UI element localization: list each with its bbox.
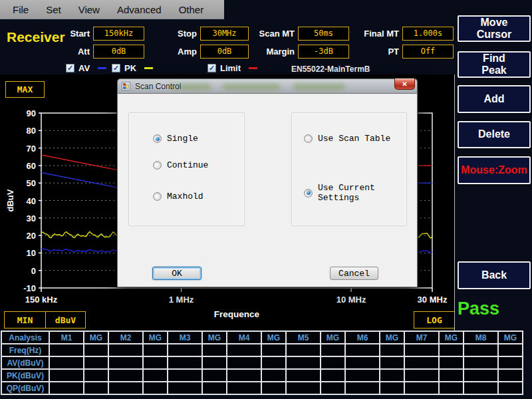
radio-option-maxhold[interactable]: Maxhold [153,192,203,201]
table-col-header-analysis: Analysis [1,331,49,344]
panel-separator [454,74,455,331]
menu-item-view[interactable]: View [70,4,108,15]
dialog-title: Scan Control [135,82,181,91]
radio-single[interactable] [153,134,162,143]
back-button[interactable]: Back [458,261,531,289]
unit-dbuv-button[interactable]: dBuV [45,311,86,329]
scan-mode-group: SingleContinueMaxhold [128,112,245,226]
marker-cell [404,356,439,369]
x-tick-label: 1 MHz [169,295,194,305]
marker-cell [202,356,227,369]
field-value-att[interactable]: 0dB [93,45,144,59]
y-tick-label: 30 [27,213,36,223]
table-col-header-m6: M6 [345,331,380,344]
marker-cell [108,369,143,382]
marker-cell [227,344,261,356]
mouse-zoom-button[interactable]: Mouse:Zoom [458,156,531,184]
field-label-margin: Margin [243,47,295,57]
checkbox-pk[interactable]: ✓ [112,64,120,72]
field-label-amp: Amp [154,47,197,57]
close-icon[interactable]: ✕ [394,78,415,90]
checkbox-av[interactable]: ✓ [66,64,74,72]
marker-cell [261,344,286,356]
y-tick-label: 0 [31,266,36,276]
field-value-pt[interactable]: Off [402,45,454,59]
blurred-marker-readout [223,84,280,90]
table-col-header-mg: MG [439,331,464,344]
radio-label-continue: Continue [167,160,208,170]
field-amp: Amp0dB [154,45,249,59]
menu-item-file[interactable]: File [4,4,37,15]
table-col-header-m4: M4 [227,331,261,344]
menu-item-other[interactable]: Other [170,4,213,15]
marker-cell [286,356,321,369]
y-tick-label: 80 [27,126,36,136]
y-tick-label: 40 [27,196,36,206]
marker-cell [202,344,227,356]
marker-cell [345,344,380,356]
table-col-header-m8: M8 [464,331,498,344]
log-scale-button[interactable]: LOG [414,311,455,329]
marker-cell [261,369,286,382]
checkbox-limit[interactable]: ✓ [207,64,216,72]
field-value-final-mt[interactable]: 1.000s [402,27,454,41]
cancel-button[interactable]: Cancel [330,267,378,280]
dialog-title-bar[interactable]: Scan Control [117,78,418,93]
marker-cell [439,382,464,394]
marker-cell [286,382,321,394]
marker-cell [202,382,227,394]
x-tick-label: 30 MHz [418,295,448,305]
menu-item-advanced[interactable]: Advanced [108,4,170,15]
field-value-scan-mt[interactable]: 50ms [298,27,349,41]
marker-cell [321,382,345,394]
field-label-start: Start [40,29,90,39]
field-start: Start150kHz [40,27,144,41]
radio-continue[interactable] [153,161,162,170]
radio-option-single[interactable]: Single [153,134,198,144]
marker-cell [227,356,261,369]
scan-source-group: Use Scan TableUse Current Settings [291,112,407,226]
table-col-header-m7: M7 [404,331,439,344]
radio-option-use-scan-table[interactable]: Use Scan Table [304,134,390,144]
marker-cell [49,356,84,369]
blurred-marker-readout [293,84,345,90]
field-value-margin[interactable]: -3dB [298,45,349,59]
radio-maxhold[interactable] [153,192,162,201]
field-value-stop[interactable]: 30MHz [200,27,249,41]
delete-button[interactable]: Delete [458,121,531,148]
radio-use-scan-table[interactable] [304,134,313,143]
marker-cell [498,356,523,369]
field-value-start[interactable]: 150kHz [93,27,144,41]
marker-cell [168,369,202,382]
marker-cell [84,369,108,382]
marker-cell [380,369,404,382]
radio-option-use-current-settings[interactable]: Use Current Settings [304,183,406,203]
marker-cell [380,382,404,394]
marker-cell [108,356,143,369]
max-button[interactable]: MAX [5,81,45,98]
marker-cell [286,369,321,382]
marker-cell [404,369,439,382]
marker-cell [49,369,84,382]
marker-cell [168,356,202,369]
table-row-label-freq-hz: Freq(Hz) [1,344,49,356]
marker-cell [321,344,345,356]
menu-item-set[interactable]: Set [37,4,70,15]
legend-label-av: AV [78,63,90,73]
radio-option-continue[interactable]: Continue [153,160,208,170]
y-tick-label: 20 [27,231,36,241]
marker-analysis-table: AnalysisM1MGM2MGM3MGM4MGM5MGM6MGM7MGM8MG… [1,331,523,395]
add-button[interactable]: Add [458,85,531,113]
field-scan-mt: Scan MT50ms [243,27,349,41]
status-badge: Pass [458,299,499,319]
find-peak-button[interactable]: Find Peak [458,51,531,78]
min-button[interactable]: MIN [4,311,46,329]
radio-use-current-settings[interactable] [304,189,313,198]
move-cursor-button[interactable]: Move Cursor [458,15,531,42]
y-tick-label: 10 [27,248,36,258]
marker-cell [143,369,168,382]
table-col-header-mg: MG [321,331,345,344]
ok-button[interactable]: OK [152,267,201,280]
field-value-amp[interactable]: 0dB [200,45,249,59]
legend-pk: ✓PK [112,63,153,73]
